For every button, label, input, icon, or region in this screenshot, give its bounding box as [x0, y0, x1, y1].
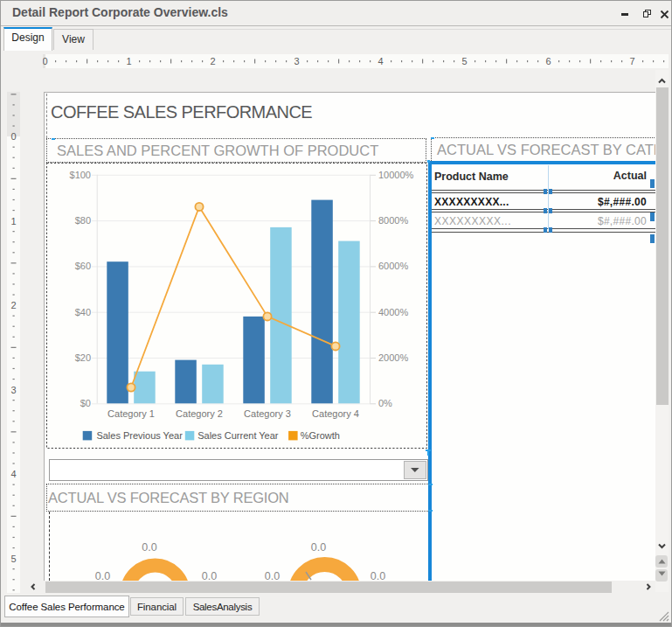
- svg-text:8000%: 8000%: [378, 215, 408, 226]
- svg-text:Category 1: Category 1: [107, 408, 155, 419]
- svg-text:0.0: 0.0: [94, 570, 109, 581]
- svg-text:$100: $100: [70, 170, 91, 180]
- svg-text:$40: $40: [75, 307, 91, 317]
- svg-text:0.0: 0.0: [142, 541, 156, 554]
- svg-text:6000%: 6000%: [378, 261, 408, 271]
- svg-text:Sales Previous Year: Sales Previous Year: [96, 430, 183, 441]
- svg-text:2000%: 2000%: [378, 352, 408, 363]
- svg-text:0.0: 0.0: [370, 570, 384, 581]
- svg-text:$80: $80: [75, 215, 91, 226]
- svg-text:Category 4: Category 4: [312, 408, 359, 419]
- svg-text:0.0: 0.0: [264, 570, 279, 581]
- svg-text:Category 2: Category 2: [176, 408, 223, 419]
- svg-text:0%: 0%: [378, 398, 392, 408]
- svg-text:0.0: 0.0: [310, 541, 325, 554]
- svg-text:$20: $20: [75, 352, 91, 363]
- svg-text:10000%: 10000%: [378, 170, 414, 180]
- svg-text:Category 3: Category 3: [244, 408, 291, 419]
- svg-text:$60: $60: [75, 261, 91, 271]
- svg-text:0.0: 0.0: [201, 570, 216, 581]
- svg-text:4000%: 4000%: [378, 307, 408, 317]
- svg-text:$0: $0: [80, 398, 91, 408]
- svg-text:%Growth: %Growth: [301, 430, 340, 441]
- svg-text:Sales Current Year: Sales Current Year: [197, 430, 279, 441]
